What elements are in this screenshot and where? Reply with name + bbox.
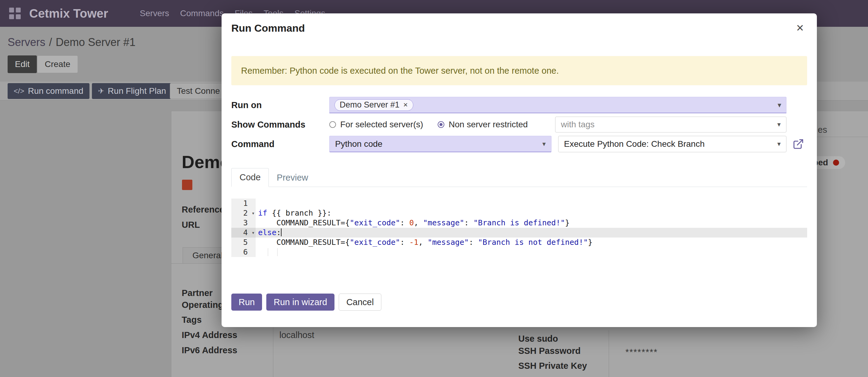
code-line[interactable]: 5 COMMAND_RESULT={"exit_code": -1, "mess… — [231, 237, 807, 247]
breadcrumb-current: Demo Server #1 — [56, 36, 135, 49]
notes-tab-partial: es — [818, 125, 827, 135]
code-line[interactable]: 2▾if {{ branch }}: — [231, 208, 807, 218]
run-flight-plan-label: Run Flight Plan — [108, 86, 166, 96]
chevron-down-icon[interactable]: ▾ — [777, 140, 781, 148]
command-type-select[interactable]: Python code ▾ — [329, 136, 552, 152]
show-commands-label: Show Commands — [231, 120, 329, 130]
gutter-line-number[interactable]: 5 — [231, 237, 256, 247]
code-token: "Branch is defined!" — [473, 219, 565, 227]
server-tag-chip[interactable]: Demo Server #1 ✕ — [335, 99, 413, 111]
command-value: Execute Python Code: Check Branch — [564, 139, 705, 149]
gutter-line-number[interactable]: 1 — [231, 199, 256, 208]
code-token: "exit_code" — [350, 219, 400, 227]
ipv4-value: localhost — [279, 330, 314, 340]
command-type-value: Python code — [335, 139, 382, 149]
gutter-line-number[interactable]: 3 — [231, 218, 256, 228]
code-line-content[interactable] — [256, 199, 807, 208]
code-line-content[interactable]: if {{ branch }}: — [256, 208, 807, 218]
code-line[interactable]: 6 — [231, 247, 807, 257]
external-link-icon[interactable] — [793, 138, 804, 150]
run-on-label: Run on — [231, 100, 329, 110]
run-in-wizard-button[interactable]: Run in wizard — [266, 294, 335, 311]
breadcrumb: Servers/Demo Server #1 — [8, 36, 135, 49]
code-token: : — [276, 228, 281, 237]
code-token: } — [588, 238, 593, 246]
show-commands-row: Show Commands For selected server(s) Non… — [231, 116, 807, 133]
breadcrumb-separator: / — [49, 36, 52, 49]
fold-arrow-icon[interactable]: ▾ — [252, 228, 255, 237]
run-on-tags-field[interactable]: Demo Server #1 ✕ ▾ — [329, 97, 786, 113]
cancel-button[interactable]: Cancel — [339, 294, 381, 311]
code-token: : — [400, 238, 409, 246]
url-label: URL — [182, 220, 200, 230]
run-flight-plan-button[interactable]: ✈ Run Flight Plan — [92, 83, 172, 99]
code-line-content[interactable]: COMMAND_RESULT={"exit_code": 0, "message… — [256, 218, 807, 228]
code-line[interactable]: 1 — [231, 199, 807, 208]
apps-grid-icon[interactable] — [9, 8, 21, 19]
chevron-down-icon[interactable]: ▾ — [777, 121, 781, 128]
chevron-down-icon[interactable]: ▾ — [778, 101, 781, 109]
modal-tab-bar: Code Preview — [231, 168, 807, 187]
code-token: if — [258, 209, 267, 218]
code-editor[interactable]: 12▾if {{ branch }}:3 COMMAND_RESULT={"ex… — [231, 199, 807, 257]
modal-footer: Run Run in wizard Cancel — [231, 294, 807, 311]
command-row: Command Python code ▾ Execute Python Cod… — [231, 136, 807, 152]
gutter-line-number[interactable]: 2▾ — [231, 208, 256, 218]
fold-arrow-icon[interactable]: ▾ — [252, 208, 255, 218]
run-command-form: Run on Demo Server #1 ✕ ▾ Show Commands … — [231, 97, 807, 152]
radio-checked-icon[interactable] — [438, 121, 444, 128]
modal-header: Run Command ✕ — [231, 13, 807, 35]
warning-alert: Remember: Python code is executed on the… — [231, 56, 807, 85]
tab-preview[interactable]: Preview — [269, 169, 316, 187]
server-tag-label: Demo Server #1 — [340, 100, 400, 110]
run-button[interactable]: Run — [231, 294, 262, 311]
code-line-content[interactable]: COMMAND_RESULT={"exit_code": -1, "messag… — [256, 237, 807, 247]
nav-item-commands[interactable]: Commands — [180, 8, 224, 18]
code-line-content[interactable]: else: — [256, 228, 807, 237]
ipv6-label: IPv6 Address — [182, 345, 238, 355]
test-connection-button[interactable]: Test Conne — [170, 83, 227, 99]
ssh-password-label: SSH Password — [518, 346, 581, 356]
app-brand[interactable]: Cetmix Tower — [29, 7, 108, 21]
command-select[interactable]: Execute Python Code: Check Branch ▾ — [558, 136, 786, 152]
code-token: -1 — [409, 238, 418, 246]
nav-item-servers[interactable]: Servers — [140, 8, 169, 18]
with-tags-placeholder: with tags — [561, 120, 595, 129]
code-token: "message" — [423, 219, 464, 227]
code-line-content[interactable] — [256, 247, 807, 257]
code-line[interactable]: 4▾else: — [231, 228, 807, 237]
edit-button[interactable]: Edit — [8, 55, 37, 73]
close-icon[interactable]: ✕ — [793, 21, 807, 35]
radio-unchecked-icon[interactable] — [329, 121, 336, 128]
radio-non-server-restricted-label: Non server restricted — [448, 120, 528, 129]
tab-code[interactable]: Code — [231, 168, 269, 187]
gutter-line-number[interactable]: 6 — [231, 247, 256, 257]
remove-tag-icon[interactable]: ✕ — [403, 102, 408, 108]
run-command-button[interactable]: </> Run command — [8, 83, 90, 99]
breadcrumb-servers[interactable]: Servers — [8, 36, 45, 49]
column-divider-right — [609, 330, 609, 377]
code-line[interactable]: 3 COMMAND_RESULT={"exit_code": 0, "messa… — [231, 218, 807, 228]
run-command-label: Run command — [28, 86, 83, 96]
chevron-down-icon[interactable]: ▾ — [542, 140, 546, 148]
operating-system-label: Operating — [182, 300, 223, 310]
code-token: COMMAND_RESULT={ — [258, 238, 350, 246]
partner-label: Partner — [182, 288, 213, 298]
code-token: : — [469, 238, 478, 246]
radio-non-server-restricted[interactable]: Non server restricted — [438, 120, 528, 129]
gutter-line-number[interactable]: 4▾ — [231, 228, 256, 237]
code-token: "message" — [428, 238, 469, 246]
code-token: COMMAND_RESULT={ — [258, 219, 350, 227]
run-on-row: Run on Demo Server #1 ✕ ▾ — [231, 97, 807, 113]
code-token: , — [414, 219, 423, 227]
code-token: 0 — [409, 219, 414, 227]
run-command-modal: Run Command ✕ Remember: Python code is e… — [222, 13, 817, 327]
create-button[interactable]: Create — [37, 55, 78, 73]
code-token: {{ branch }}: — [267, 209, 332, 218]
warning-alert-text: Remember: Python code is executed on the… — [241, 66, 559, 76]
with-tags-select[interactable]: with tags ▾ — [555, 117, 786, 133]
text-cursor — [281, 228, 281, 236]
radio-for-selected-servers[interactable]: For selected server(s) — [329, 120, 423, 129]
reference-label: Reference — [182, 205, 224, 215]
plane-icon: ✈ — [98, 87, 104, 95]
